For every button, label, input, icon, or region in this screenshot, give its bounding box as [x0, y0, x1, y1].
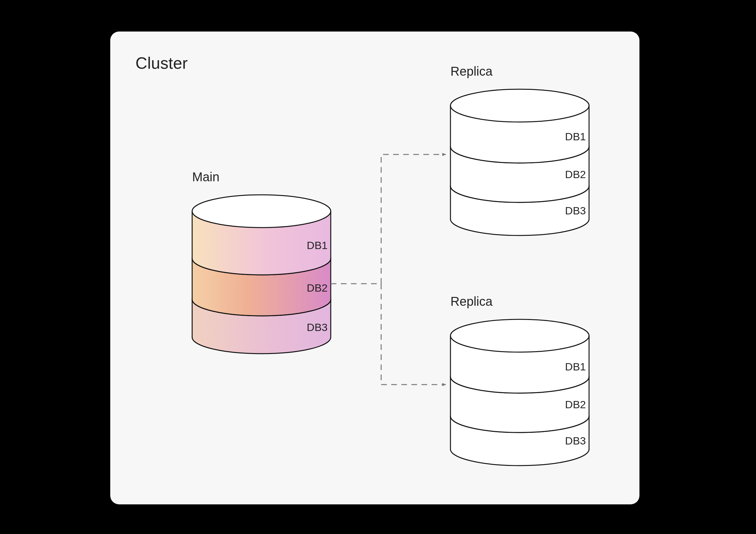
replica-2-title: Replica	[450, 295, 493, 308]
connector-arrows	[331, 155, 446, 384]
main-db3-label: DB3	[307, 321, 328, 333]
arrow-main-to-replica-2	[381, 284, 446, 384]
cluster-card: Cluster	[110, 32, 639, 504]
replica-2-db1-label: DB1	[565, 361, 586, 373]
arrow-main-to-replica-1	[331, 155, 446, 284]
stage: Cluster	[0, 0, 756, 534]
replica-1-title: Replica	[450, 64, 493, 78]
replica-1-cylinder: Replica DB3 DB2 DB1	[450, 64, 589, 236]
main-db2-label: DB2	[307, 282, 328, 294]
replica-2-cylinder: Replica DB3 DB2 DB1	[450, 295, 589, 465]
replica-2-db2-label: DB2	[565, 399, 586, 410]
main-db1-label: DB1	[307, 239, 328, 251]
replica-1-db1-label: DB1	[565, 130, 586, 143]
replica-1-db2-label: DB2	[565, 168, 586, 180]
main-title: Main	[192, 170, 220, 184]
replica-1-db3-label: DB3	[565, 205, 586, 216]
cluster-diagram: Main DB3 DB2 DB1	[110, 32, 639, 504]
main-database-cylinder: Main DB3 DB2 DB1	[192, 170, 331, 354]
replica-2-db3-label: DB3	[565, 435, 586, 447]
